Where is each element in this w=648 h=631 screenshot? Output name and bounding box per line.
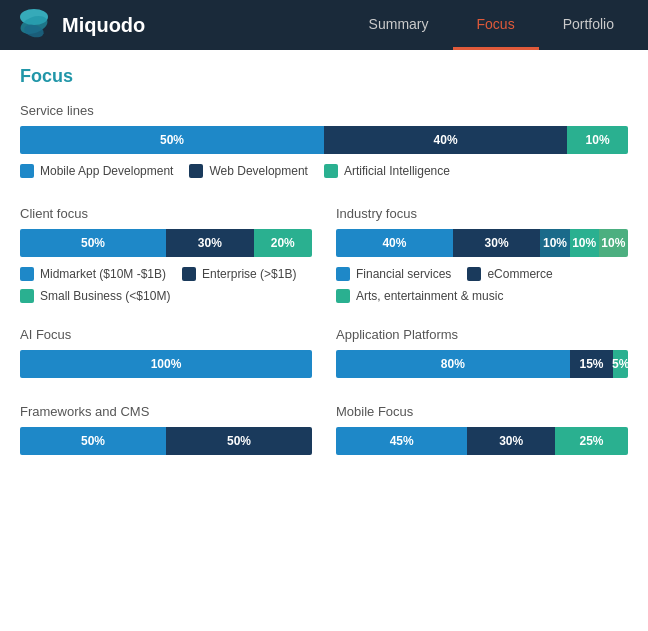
industry-focus-col: Industry focus 40%30%10%10%10% Financial… xyxy=(336,206,628,311)
ai-focus-bar: 100% xyxy=(20,350,312,378)
bar-segment: 40% xyxy=(336,229,453,257)
service-lines-legend: Mobile App DevelopmentWeb DevelopmentArt… xyxy=(20,164,628,178)
legend-item: Midmarket ($10M -$1B) xyxy=(20,267,166,281)
legend-label: Artificial Intelligence xyxy=(344,164,450,178)
legend-color-box xyxy=(336,267,350,281)
legend-label: eCommerce xyxy=(487,267,552,281)
service-lines-bar: 50%40%10% xyxy=(20,126,628,154)
legend-item: Arts, entertainment & music xyxy=(336,289,503,303)
bar-segment: 50% xyxy=(20,229,166,257)
legend-label: Enterprise (>$1B) xyxy=(202,267,296,281)
ai-focus-col: AI Focus 100% xyxy=(20,327,312,388)
bar-segment: 80% xyxy=(336,350,570,378)
legend-color-box xyxy=(20,164,34,178)
legend-item: Financial services xyxy=(336,267,451,281)
frameworks-bar: 50%50% xyxy=(20,427,312,455)
legend-color-box xyxy=(324,164,338,178)
mobile-focus-bar: 45%30%25% xyxy=(336,427,628,455)
industry-focus-bar: 40%30%10%10%10% xyxy=(336,229,628,257)
legend-color-box xyxy=(336,289,350,303)
client-focus-title: Client focus xyxy=(20,206,312,221)
tab-portfolio[interactable]: Portfolio xyxy=(539,0,638,50)
bar-segment: 20% xyxy=(254,229,312,257)
bar-segment: 30% xyxy=(453,229,541,257)
service-lines-section: Service lines 50%40%10% Mobile App Devel… xyxy=(20,103,628,178)
content: Focus Service lines 50%40%10% Mobile App… xyxy=(0,50,648,497)
bar-segment: 30% xyxy=(467,427,555,455)
frameworks-col: Frameworks and CMS 50%50% xyxy=(20,404,312,465)
client-industry-row: Client focus 50%30%20% Midmarket ($10M -… xyxy=(20,206,628,311)
tab-summary[interactable]: Summary xyxy=(345,0,453,50)
industry-focus-legend: Financial serviceseCommerceArts, enterta… xyxy=(336,267,628,303)
bar-segment: 25% xyxy=(555,427,628,455)
bar-segment: 10% xyxy=(540,229,569,257)
logo-icon xyxy=(16,7,52,43)
bar-segment: 45% xyxy=(336,427,467,455)
legend-color-box xyxy=(182,267,196,281)
client-focus-bar: 50%30%20% xyxy=(20,229,312,257)
legend-item: Small Business (<$10M) xyxy=(20,289,170,303)
app-platforms-col: Application Platforms 80%15%5% xyxy=(336,327,628,388)
legend-item: Web Development xyxy=(189,164,308,178)
bar-segment: 10% xyxy=(567,126,628,154)
bar-segment: 50% xyxy=(20,126,324,154)
bar-segment: 40% xyxy=(324,126,567,154)
legend-color-box xyxy=(20,289,34,303)
bar-segment: 5% xyxy=(613,350,628,378)
legend-label: Midmarket ($10M -$1B) xyxy=(40,267,166,281)
legend-item: Artificial Intelligence xyxy=(324,164,450,178)
industry-focus-title: Industry focus xyxy=(336,206,628,221)
client-focus-legend: Midmarket ($10M -$1B)Enterprise (>$1B)Sm… xyxy=(20,267,312,303)
bar-segment: 10% xyxy=(599,229,628,257)
bar-segment: 30% xyxy=(166,229,254,257)
legend-label: Arts, entertainment & music xyxy=(356,289,503,303)
ai-app-row: AI Focus 100% Application Platforms 80%1… xyxy=(20,327,628,388)
legend-label: Small Business (<$10M) xyxy=(40,289,170,303)
bar-segment: 50% xyxy=(20,427,166,455)
bar-segment: 50% xyxy=(166,427,312,455)
tab-focus[interactable]: Focus xyxy=(453,0,539,50)
app-platforms-title: Application Platforms xyxy=(336,327,628,342)
legend-color-box xyxy=(189,164,203,178)
legend-item: Mobile App Development xyxy=(20,164,173,178)
mobile-focus-title: Mobile Focus xyxy=(336,404,628,419)
legend-item: eCommerce xyxy=(467,267,552,281)
legend-label: Financial services xyxy=(356,267,451,281)
service-lines-title: Service lines xyxy=(20,103,628,118)
nav-tabs: Summary Focus Portfolio xyxy=(200,0,648,50)
bar-segment: 15% xyxy=(570,350,614,378)
company-name: Miquodo xyxy=(62,14,145,37)
page-title: Focus xyxy=(20,66,628,87)
legend-item: Enterprise (>$1B) xyxy=(182,267,296,281)
bar-segment: 10% xyxy=(570,229,599,257)
mobile-focus-col: Mobile Focus 45%30%25% xyxy=(336,404,628,465)
ai-focus-title: AI Focus xyxy=(20,327,312,342)
frameworks-title: Frameworks and CMS xyxy=(20,404,312,419)
legend-color-box xyxy=(467,267,481,281)
legend-label: Web Development xyxy=(209,164,308,178)
legend-label: Mobile App Development xyxy=(40,164,173,178)
bar-segment: 100% xyxy=(20,350,312,378)
legend-color-box xyxy=(20,267,34,281)
header: Miquodo Summary Focus Portfolio xyxy=(0,0,648,50)
frameworks-mobile-row: Frameworks and CMS 50%50% Mobile Focus 4… xyxy=(20,404,628,465)
app-platforms-bar: 80%15%5% xyxy=(336,350,628,378)
client-focus-col: Client focus 50%30%20% Midmarket ($10M -… xyxy=(20,206,312,311)
logo-area: Miquodo xyxy=(0,7,200,43)
